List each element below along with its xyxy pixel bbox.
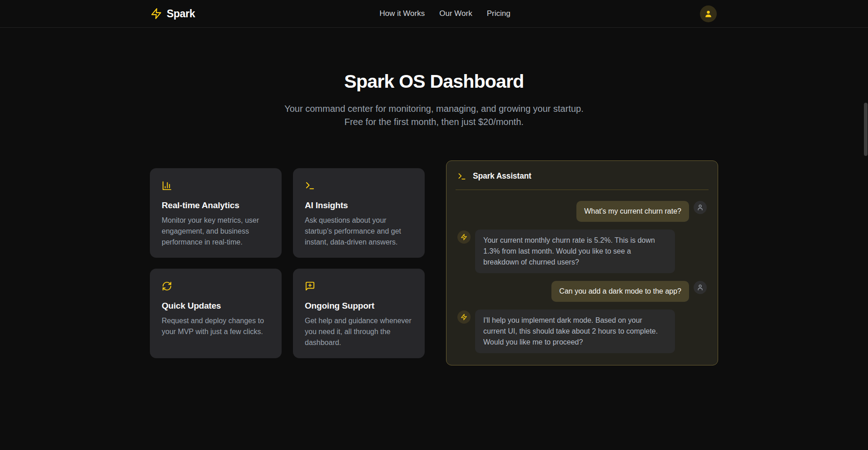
assistant-message-bubble: Your current monthly churn rate is 5.2%.… (475, 230, 675, 273)
user-chat-avatar (694, 201, 707, 214)
chat-message-user: Can you add a dark mode to the app? (457, 281, 707, 302)
user-icon (697, 284, 704, 291)
feature-title: Quick Updates (162, 301, 270, 311)
nav-link-our-work[interactable]: Our Work (439, 9, 472, 18)
chat-message-assistant: Your current monthly churn rate is 5.2%.… (457, 230, 707, 273)
user-icon (704, 10, 713, 18)
zap-icon (150, 8, 162, 20)
assistant-panel-header: Spark Assistant (446, 161, 718, 190)
zap-icon (461, 234, 467, 240)
user-chat-avatar (694, 281, 707, 294)
feature-card-ai-insights: AI Insights Ask questions about your sta… (293, 168, 425, 258)
assistant-chat-avatar (457, 310, 471, 324)
main-content: Real-time Analytics Monitor your key met… (0, 160, 868, 365)
feature-card-ongoing-support: Ongoing Support Get help and guidance wh… (293, 269, 425, 358)
chat-messages: What's my current churn rate? Your curre… (446, 190, 718, 365)
assistant-message-bubble: I'll help you implement dark mode. Based… (475, 310, 675, 353)
features-grid: Real-time Analytics Monitor your key met… (150, 168, 425, 358)
zap-icon (461, 314, 467, 320)
refresh-icon (162, 281, 270, 291)
spark-assistant-panel: Spark Assistant What's my current churn … (446, 160, 718, 365)
hero-section: Spark OS Dashboard Your command center f… (0, 71, 868, 129)
terminal-icon (457, 172, 466, 181)
feature-title: AI Insights (305, 200, 413, 210)
feature-card-quick-updates: Quick Updates Request and deploy changes… (150, 269, 282, 358)
nav-links: How it Works Our Work Pricing (379, 9, 510, 18)
feature-description: Request and deploy changes to your MVP w… (162, 315, 270, 337)
user-avatar-button[interactable] (700, 5, 717, 22)
user-message-bubble: What's my current churn rate? (576, 201, 689, 222)
page-title: Spark OS Dashboard (0, 71, 868, 92)
top-navigation: Spark How it Works Our Work Pricing (0, 0, 868, 28)
message-square-plus-icon (305, 281, 413, 291)
assistant-panel-title: Spark Assistant (473, 171, 531, 181)
feature-card-realtime-analytics: Real-time Analytics Monitor your key met… (150, 168, 282, 258)
bar-chart-icon (162, 180, 270, 191)
nav-link-how-it-works[interactable]: How it Works (379, 9, 425, 18)
feature-title: Ongoing Support (305, 301, 413, 311)
user-message-bubble: Can you add a dark mode to the app? (551, 281, 689, 302)
chat-message-user: What's my current churn rate? (457, 201, 707, 222)
feature-description: Ask questions about your startup's perfo… (305, 215, 413, 248)
brand-name: Spark (167, 8, 195, 20)
user-icon (697, 204, 704, 211)
page-scrollbar-thumb[interactable] (864, 103, 868, 156)
brand-logo[interactable]: Spark (150, 8, 195, 20)
feature-description: Get help and guidance whenever you need … (305, 315, 413, 348)
feature-title: Real-time Analytics (162, 200, 270, 210)
nav-link-pricing[interactable]: Pricing (487, 9, 511, 18)
page-subtitle: Your command center for monitoring, mana… (275, 102, 593, 129)
assistant-chat-avatar (457, 230, 471, 244)
terminal-icon (305, 180, 413, 191)
feature-description: Monitor your key metrics, user engagemen… (162, 215, 270, 248)
chat-message-assistant: I'll help you implement dark mode. Based… (457, 310, 707, 353)
